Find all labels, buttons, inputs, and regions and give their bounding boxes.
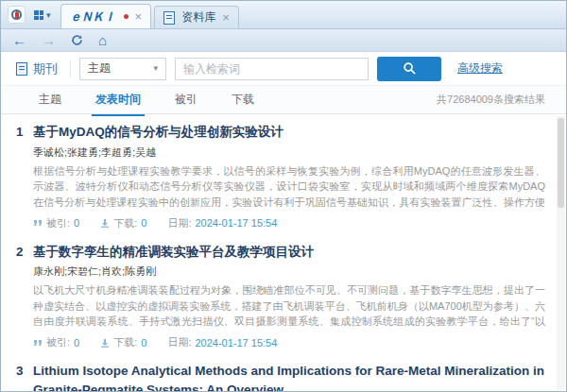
date-label: 日期: xyxy=(167,216,191,230)
tab-bar: ▾ ｅＮＫＩ × 资料库 × xyxy=(1,1,566,29)
divider xyxy=(70,60,71,77)
list-item: 2 基于数字孪生的精准调装实验平台及教学项目设计 康永刚;宋碧仁;肖欢;陈勇刚 … xyxy=(16,243,545,350)
cited-value: 0 xyxy=(74,337,79,349)
result-authors[interactable]: 季诚松;张建勇;李超勇;吴越 xyxy=(33,145,545,160)
result-title[interactable]: 2 基于数字孪生的精准调装实验平台及教学项目设计 xyxy=(16,243,545,262)
result-index: 1 xyxy=(16,123,33,142)
downloads-stat: 下载: 0 xyxy=(100,216,146,230)
cnki-logo: ｅＮＫＩ xyxy=(70,9,115,26)
quote-icon xyxy=(33,338,43,348)
search-icon xyxy=(403,61,417,76)
search-bar: 期刊 主题 ▾ 高级搜索 xyxy=(1,52,566,86)
result-title-text: Lithium Isotope Analytical Methods and I… xyxy=(33,362,545,391)
downloads-label: 下载: xyxy=(113,216,137,230)
app-window: ▾ ｅＮＫＩ × 资料库 × ← → ⌂ 期刊 xyxy=(0,0,567,392)
result-title[interactable]: 1 基于MyDAQ的信号分析与处理创新实验设计 xyxy=(16,123,545,142)
search-button[interactable] xyxy=(377,57,441,81)
cited-stat: 被引: 0 xyxy=(33,216,79,230)
tab-cnki[interactable]: ｅＮＫＩ × xyxy=(60,4,152,28)
sort-bar: 主题 发表时间 被引 下载 共72684009条搜索结果 xyxy=(1,86,566,114)
result-title[interactable]: 3 Lithium Isotope Analytical Methods and… xyxy=(16,362,545,391)
download-icon xyxy=(100,338,110,348)
sort-item-topic[interactable]: 主题 xyxy=(39,92,61,108)
tab-list-button[interactable]: ▾ xyxy=(30,6,55,25)
search-field-value: 主题 xyxy=(88,60,111,77)
result-abstract: 以飞机大尺寸机身精准调装装配过程为对象，围绕瞄准部位不可见、不可测问题，基于数字… xyxy=(33,282,545,330)
advanced-search-link[interactable]: 高级搜索 xyxy=(457,60,503,77)
result-stats: 被引: 0 下载: 0 日期: 2024-01-17 15:54 xyxy=(33,216,545,230)
database-selector[interactable]: 期刊 xyxy=(12,60,61,77)
scrollbar-thumb[interactable] xyxy=(558,118,564,208)
forward-button[interactable]: → xyxy=(42,33,56,47)
search-field-select[interactable]: 主题 ▾ xyxy=(79,58,166,80)
close-icon[interactable]: × xyxy=(135,10,143,23)
quote-icon xyxy=(33,218,43,228)
tab-library[interactable]: 资料库 × xyxy=(154,6,239,28)
cnki-app-icon[interactable] xyxy=(8,6,26,24)
download-icon xyxy=(100,218,110,228)
cited-value: 0 xyxy=(74,217,79,229)
sort-item-downloads[interactable]: 下载 xyxy=(232,92,254,108)
cited-label: 被引: xyxy=(46,216,70,230)
result-count: 共72684009条搜索结果 xyxy=(437,93,545,107)
downloads-stat: 下载: 0 xyxy=(100,335,146,349)
sort-item-cited[interactable]: 被引 xyxy=(175,92,198,108)
back-button[interactable]: ← xyxy=(12,33,26,47)
database-label: 期刊 xyxy=(33,60,58,77)
cnki-logo-accent xyxy=(124,14,129,19)
scrollbar-track[interactable] xyxy=(557,116,565,390)
date-stat: 日期: 2024-01-17 15:54 xyxy=(167,335,277,349)
date-label: 日期: xyxy=(167,335,191,349)
home-button[interactable]: ⌂ xyxy=(98,33,107,47)
result-authors[interactable]: 康永刚;宋碧仁;肖欢;陈勇刚 xyxy=(33,264,545,279)
result-title-text: 基于数字孪生的精准调装实验平台及教学项目设计 xyxy=(33,243,545,262)
result-index: 3 xyxy=(16,362,33,391)
date-value: 2024-01-17 15:54 xyxy=(195,217,277,229)
chevron-down-icon: ▾ xyxy=(46,11,51,20)
result-title-text: 基于MyDAQ的信号分析与处理创新实验设计 xyxy=(33,123,545,142)
result-index: 2 xyxy=(16,243,33,262)
result-list: 1 基于MyDAQ的信号分析与处理创新实验设计 季诚松;张建勇;李超勇;吴越 根… xyxy=(1,114,566,391)
date-value: 2024-01-17 15:54 xyxy=(195,337,277,349)
date-stat: 日期: 2024-01-17 15:54 xyxy=(167,216,277,230)
cited-label: 被引: xyxy=(46,335,70,349)
navigation-toolbar: ← → ⌂ xyxy=(1,29,566,52)
refresh-icon xyxy=(71,34,83,46)
journal-icon xyxy=(16,62,27,76)
tab-library-label: 资料库 xyxy=(181,9,215,26)
result-abstract: 根据信号分析与处理课程实验教学要求，以信号的采样与恢复实验为例，综合利用MyDA… xyxy=(33,163,545,211)
list-item: 3 Lithium Isotope Analytical Methods and… xyxy=(16,362,545,391)
result-stats: 被引: 0 下载: 0 日期: 2024-01-17 15:54 xyxy=(33,335,545,349)
refresh-button[interactable] xyxy=(71,34,83,46)
list-item: 1 基于MyDAQ的信号分析与处理创新实验设计 季诚松;张建勇;李超勇;吴越 根… xyxy=(16,123,545,230)
document-icon xyxy=(163,11,175,25)
search-input[interactable] xyxy=(175,58,369,80)
downloads-value: 0 xyxy=(141,337,146,349)
downloads-value: 0 xyxy=(141,217,146,229)
close-icon[interactable]: × xyxy=(222,11,230,24)
chevron-down-icon: ▾ xyxy=(153,64,158,73)
downloads-label: 下载: xyxy=(113,335,137,349)
sort-item-publish-time[interactable]: 发表时间 xyxy=(95,92,141,108)
grid-icon xyxy=(34,10,43,20)
cited-stat: 被引: 0 xyxy=(33,335,79,349)
